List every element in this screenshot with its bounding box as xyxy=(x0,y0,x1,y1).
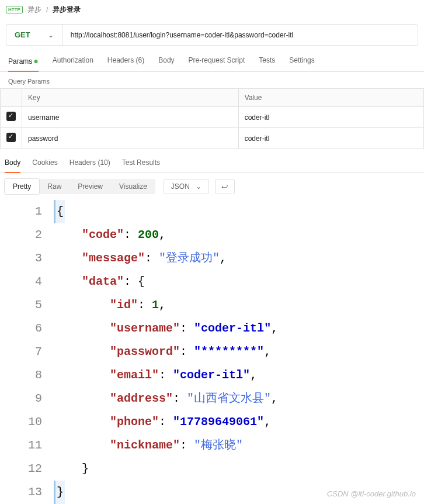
wrap-icon: ⮐ xyxy=(221,182,228,191)
watermark: CSDN @itl-coder.github.io xyxy=(327,489,416,498)
tab-params[interactable]: Params● xyxy=(8,50,39,71)
qp-value-cell[interactable]: coder-itl xyxy=(238,107,423,128)
json-password-value: ******** xyxy=(201,345,257,358)
request-row: GET ⌄ xyxy=(6,24,418,46)
json-phone-value: 17789649061 xyxy=(180,415,257,429)
tab-authorization[interactable]: Authorization xyxy=(53,50,93,71)
seg-preview[interactable]: Preview xyxy=(69,179,111,194)
breadcrumb-current: 异步登录 xyxy=(53,5,81,15)
qp-value-header: Value xyxy=(238,89,423,107)
breadcrumb-parent[interactable]: 异步 xyxy=(27,5,41,15)
tab-tests[interactable]: Tests xyxy=(259,50,275,71)
qp-key-cell[interactable]: password xyxy=(22,128,239,149)
json-id-value: 1 xyxy=(152,298,159,312)
request-tabs: Params● Authorization Headers (6) Body P… xyxy=(0,50,424,72)
line-gutter: 12345678910111213 xyxy=(0,200,53,504)
qp-checkbox-header xyxy=(1,89,22,107)
qp-key-header: Key xyxy=(22,89,239,107)
seg-visualize[interactable]: Visualize xyxy=(111,179,155,194)
tab-response-cookies[interactable]: Cookies xyxy=(32,155,57,172)
method-label: GET xyxy=(15,30,30,39)
json-message-value: 登录成功 xyxy=(166,251,213,265)
json-code-value: 200 xyxy=(138,228,159,241)
method-select[interactable]: GET ⌄ xyxy=(6,25,62,45)
qp-value-cell[interactable]: coder-itl xyxy=(238,128,423,149)
code-lines[interactable]: { "code": 200, "message": "登录成功", "data"… xyxy=(53,200,424,504)
query-params-table: Key Value username coder-itl password co… xyxy=(0,88,424,149)
json-nickname-value: 梅张晓 xyxy=(201,439,236,452)
wrap-lines-button[interactable]: ⮐ xyxy=(215,179,235,194)
response-body-code: 12345678910111213 { "code": 200, "messag… xyxy=(0,200,424,504)
breadcrumb-separator: / xyxy=(46,6,48,14)
breadcrumb: HTTP 异步 / 异步登录 xyxy=(0,0,424,19)
tab-params-label: Params xyxy=(8,57,32,65)
json-email-value: coder-itl xyxy=(180,368,243,382)
checkbox-icon[interactable] xyxy=(6,133,16,142)
http-badge: HTTP xyxy=(6,6,23,13)
seg-pretty[interactable]: Pretty xyxy=(4,178,40,195)
qp-key-cell[interactable]: username xyxy=(22,107,239,128)
tab-response-body[interactable]: Body xyxy=(5,155,20,172)
chevron-down-icon: ⌄ xyxy=(48,31,54,39)
table-row: password coder-itl xyxy=(1,128,424,149)
response-tabs: Body Cookies Headers (10) Test Results xyxy=(0,149,424,173)
seg-raw[interactable]: Raw xyxy=(39,179,69,194)
chevron-down-icon: ⌄ xyxy=(196,182,201,191)
params-dot-icon: ● xyxy=(33,56,38,65)
view-segment: Pretty Raw Preview Visualize xyxy=(5,179,155,194)
tab-body[interactable]: Body xyxy=(158,50,174,71)
table-row: username coder-itl xyxy=(1,107,424,128)
format-select[interactable]: JSON ⌄ xyxy=(164,179,209,194)
json-username-value: coder-itl xyxy=(201,322,264,335)
response-toolbar: Pretty Raw Preview Visualize JSON ⌄ ⮐ xyxy=(0,173,424,200)
checkbox-icon[interactable] xyxy=(6,112,16,121)
url-input[interactable] xyxy=(62,25,418,45)
tab-headers[interactable]: Headers (6) xyxy=(107,50,144,71)
tab-settings[interactable]: Settings xyxy=(289,50,314,71)
query-params-title: Query Params xyxy=(0,72,424,88)
tab-response-headers[interactable]: Headers (10) xyxy=(69,155,110,172)
tab-response-tests[interactable]: Test Results xyxy=(122,155,160,172)
tab-prerequest[interactable]: Pre-request Script xyxy=(189,50,245,71)
json-address-value: 山西省文水县 xyxy=(194,392,264,405)
format-label: JSON xyxy=(171,182,190,191)
